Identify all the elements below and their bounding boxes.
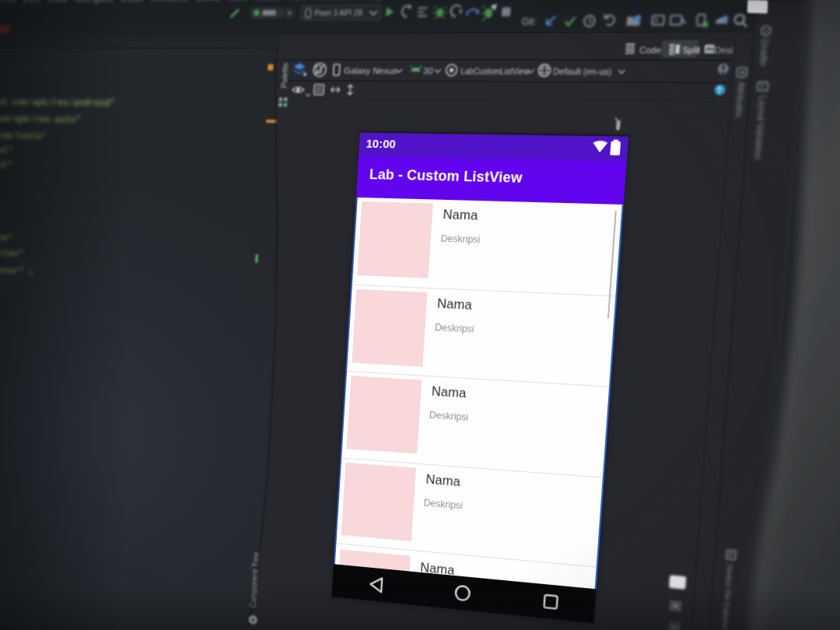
svg-text:Git:: Git: <box>521 16 537 26</box>
svg-text:LabCustomListView: LabCustomListView <box>460 67 530 76</box>
svg-text:Galaxy Nexus: Galaxy Nexus <box>344 66 397 76</box>
svg-text:?: ? <box>716 86 723 96</box>
svg-text:Design: Design <box>714 45 735 55</box>
svg-text:Split: Split <box>682 45 701 55</box>
svg-text:Code: Code <box>639 45 662 55</box>
svg-text:Pixel 3 API 28: Pixel 3 API 28 <box>314 8 363 18</box>
svg-text:30: 30 <box>423 66 434 76</box>
svg-text:Default (en-us): Default (en-us) <box>553 66 612 76</box>
